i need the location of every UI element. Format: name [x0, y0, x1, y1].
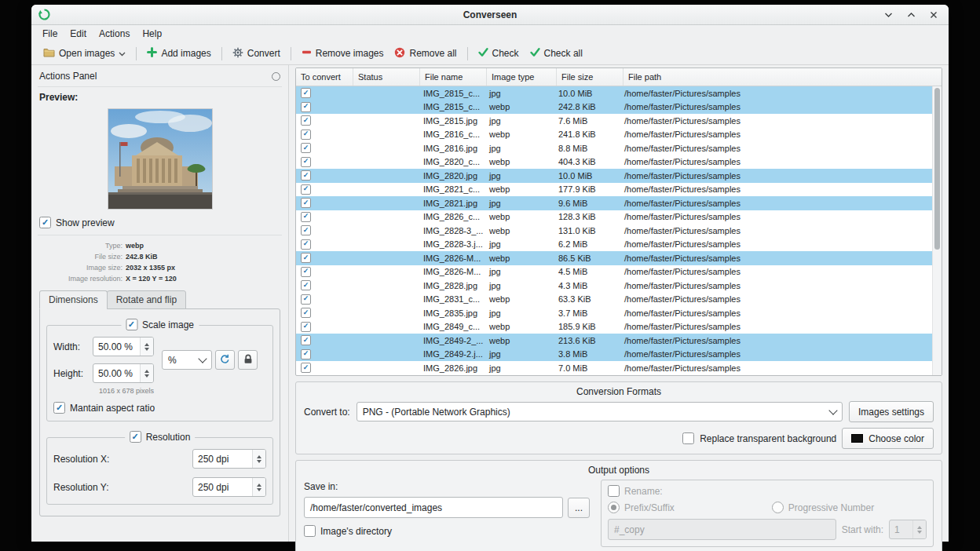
table-row[interactable]: IMG_2835.jpg jpg 3.7 MiB /home/faster/Pi…	[296, 306, 942, 320]
table-row[interactable]: IMG_2831_c... webp 63.3 KiB /home/faster…	[296, 293, 942, 307]
minimize-icon[interactable]	[883, 9, 894, 20]
table-row[interactable]: IMG_2828-3.j... jpg 6.2 MiB /home/faster…	[296, 238, 942, 252]
row-checkbox[interactable]	[301, 115, 311, 126]
cell-file-size: 63.3 KiB	[554, 293, 620, 307]
scale-image-checkbox[interactable]	[126, 319, 137, 330]
table-row[interactable]: IMG_2815.jpg jpg 7.6 MiB /home/faster/Pi…	[296, 114, 942, 128]
column-status[interactable]: Status	[353, 68, 420, 86]
table-row[interactable]: IMG_2826-M... jpg 4.5 MiB /home/faster/P…	[296, 265, 942, 279]
column-file-size[interactable]: File size	[557, 68, 623, 86]
row-checkbox[interactable]	[301, 294, 311, 305]
row-checkbox[interactable]	[301, 239, 311, 250]
show-preview-checkbox[interactable]	[39, 217, 51, 228]
table-row[interactable]: IMG_2849_c... webp 185.9 KiB /home/faste…	[296, 320, 942, 334]
height-spinner[interactable]: 50.00 %	[93, 363, 154, 383]
row-checkbox[interactable]	[301, 184, 311, 195]
tab-dimensions[interactable]: Dimensions	[39, 290, 108, 309]
add-images-button[interactable]: Add images	[141, 45, 216, 62]
refresh-button[interactable]	[215, 350, 235, 370]
vertical-scrollbar[interactable]	[932, 86, 942, 375]
table-row[interactable]: IMG_2849-2_... webp 213.6 KiB /home/fast…	[296, 334, 942, 348]
check-all-button[interactable]: Check all	[525, 45, 588, 62]
row-checkbox[interactable]	[301, 170, 311, 181]
scrollbar-handle[interactable]	[934, 88, 940, 250]
images-directory-label: Image's directory	[320, 526, 392, 537]
rename-checkbox[interactable]	[608, 485, 620, 497]
row-checkbox[interactable]	[301, 253, 311, 263]
row-checkbox[interactable]	[301, 349, 311, 359]
resolution-x-spinner[interactable]: 250 dpi	[192, 449, 266, 469]
row-checkbox[interactable]	[301, 198, 311, 208]
table-row[interactable]: IMG_2815_c... jpg 10.0 MiB /home/faster/…	[296, 86, 942, 100]
width-spinner[interactable]: 50.00 %	[93, 337, 154, 356]
row-checkbox[interactable]	[301, 280, 311, 290]
show-preview-label: Show preview	[56, 217, 115, 228]
row-checkbox[interactable]	[301, 225, 311, 235]
table-row[interactable]: IMG_2826.jpg jpg 7.0 MiB /home/faster/Pi…	[296, 361, 942, 375]
choose-color-button[interactable]: Choose color	[842, 428, 934, 449]
menu-edit[interactable]: Edit	[64, 27, 93, 41]
row-checkbox[interactable]	[301, 335, 311, 345]
convert-button[interactable]: Convert	[227, 45, 286, 63]
save-path-input[interactable]: /home/faster/converted_images	[304, 497, 563, 518]
aspect-ratio-checkbox[interactable]	[53, 402, 65, 414]
table-row[interactable]: IMG_2815_c... webp 242.8 KiB /home/faste…	[296, 100, 942, 115]
table-row[interactable]: IMG_2826_c... webp 128.3 KiB /home/faste…	[296, 210, 942, 224]
lock-button[interactable]	[238, 350, 258, 370]
table-row[interactable]: IMG_2826-M... webp 86.5 KiB /home/faster…	[296, 251, 942, 265]
row-checkbox[interactable]	[301, 212, 311, 222]
rename-pattern-input[interactable]: #_copy	[608, 519, 836, 540]
menu-actions[interactable]: Actions	[93, 27, 136, 41]
replace-background-checkbox[interactable]	[682, 432, 694, 444]
folder-open-icon	[43, 47, 55, 60]
start-with-spinner[interactable]: 1	[889, 520, 927, 539]
row-checkbox[interactable]	[301, 102, 311, 112]
remove-all-button[interactable]: Remove all	[389, 45, 462, 63]
maximize-icon[interactable]	[905, 9, 916, 20]
cell-file-size: 128.3 KiB	[554, 210, 620, 224]
open-images-button[interactable]: Open images	[38, 45, 131, 62]
resolution-checkbox[interactable]	[130, 431, 141, 443]
format-combo[interactable]: PNG - (Portable Network Graphics)	[357, 402, 843, 421]
output-options-panel: Output options Save in: /home/faster/con…	[295, 460, 942, 551]
table-row[interactable]: IMG_2821_c... webp 177.9 KiB /home/faste…	[296, 183, 942, 197]
table-row[interactable]: IMG_2816_c... webp 241.8 KiB /home/faste…	[296, 128, 942, 142]
row-checkbox[interactable]	[301, 88, 311, 98]
images-directory-checkbox[interactable]	[304, 525, 316, 537]
cell-status	[353, 114, 419, 128]
cell-status	[353, 86, 419, 100]
column-file-name[interactable]: File name	[420, 68, 487, 86]
column-file-path[interactable]: File path	[623, 68, 942, 86]
close-icon[interactable]	[928, 9, 939, 20]
row-checkbox[interactable]	[301, 363, 311, 373]
resolution-y-spinner[interactable]: 250 dpi	[192, 477, 266, 497]
row-checkbox[interactable]	[301, 308, 311, 318]
table-row[interactable]: IMG_2849-2.j... jpg 3.8 MiB /home/faster…	[296, 348, 942, 362]
table-row[interactable]: IMG_2828.jpg jpg 4.3 MiB /home/faster/Pi…	[296, 279, 942, 293]
check-button[interactable]: Check	[473, 45, 525, 62]
row-checkbox[interactable]	[301, 267, 311, 277]
table-row[interactable]: IMG_2820.jpg jpg 10.0 MiB /home/faster/P…	[296, 169, 942, 183]
column-image-type[interactable]: Image type	[487, 68, 557, 86]
row-checkbox[interactable]	[301, 157, 311, 167]
column-to-convert[interactable]: To convert	[296, 68, 353, 86]
tab-rotate-and-flip[interactable]: Rotate and flip	[107, 290, 186, 309]
remove-images-button[interactable]: Remove images	[296, 45, 389, 62]
panel-float-button[interactable]	[272, 72, 280, 81]
row-checkbox[interactable]	[301, 322, 311, 332]
progressive-number-radio[interactable]	[772, 502, 784, 513]
unit-combo[interactable]: %	[162, 350, 212, 370]
images-settings-button[interactable]: Images settings	[849, 401, 934, 422]
table-row[interactable]: IMG_2816.jpg jpg 8.8 MiB /home/faster/Pi…	[296, 141, 942, 155]
table-row[interactable]: IMG_2820_c... webp 404.3 KiB /home/faste…	[296, 155, 942, 170]
titlebar[interactable]: Converseen	[31, 5, 949, 25]
menu-help[interactable]: Help	[136, 27, 168, 41]
table-row[interactable]: IMG_2828-3_... webp 131.0 KiB /home/fast…	[296, 224, 942, 238]
menu-file[interactable]: File	[36, 27, 64, 41]
browse-button[interactable]: ...	[568, 498, 590, 518]
table-row[interactable]: IMG_2821.jpg jpg 9.6 MiB /home/faster/Pi…	[296, 196, 942, 210]
cell-file-path: /home/faster/Pictures/samples	[620, 86, 942, 100]
prefix-suffix-radio[interactable]	[608, 502, 620, 513]
row-checkbox[interactable]	[301, 130, 311, 140]
row-checkbox[interactable]	[301, 143, 311, 153]
